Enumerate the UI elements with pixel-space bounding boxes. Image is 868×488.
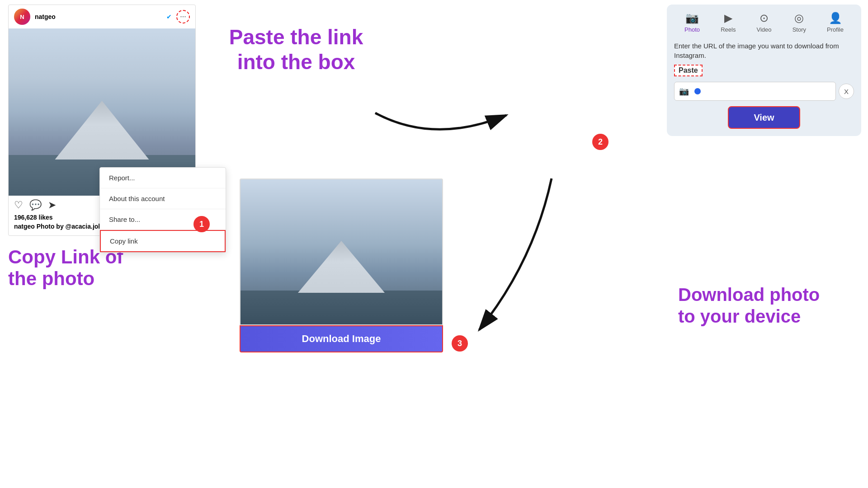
step1-line2: the photo xyxy=(8,268,123,290)
ig-caption-user: natgeo xyxy=(14,223,35,230)
tab-photo[interactable]: 📷 Photo xyxy=(684,12,700,33)
tab-reels[interactable]: ▶ Reels xyxy=(721,12,736,33)
instruction-line1: Paste the link xyxy=(208,25,384,50)
app-input-row: 📷 X xyxy=(674,82,854,101)
step3-label: Download photo to your device xyxy=(678,284,859,327)
clear-button[interactable]: X xyxy=(839,84,854,99)
app-url-label: Enter the URL of the image you want to d… xyxy=(674,41,854,60)
step3-line2: to your device xyxy=(678,305,859,327)
dot-indicator xyxy=(694,88,701,94)
step-2-badge: 2 xyxy=(592,134,609,150)
view-button[interactable]: View xyxy=(728,106,800,129)
download-image-button[interactable]: Download Image xyxy=(240,325,443,352)
profile-icon: 👤 xyxy=(829,12,842,24)
ig-verified-icon: ✔ xyxy=(166,13,172,20)
url-input[interactable]: 📷 xyxy=(674,82,836,101)
url-label-text: Enter the URL of the image you want to d… xyxy=(674,42,839,59)
video-icon: ⊙ xyxy=(760,12,769,24)
tab-profile-label: Profile xyxy=(827,26,844,33)
paste-highlight: Paste xyxy=(674,65,703,76)
tab-video-label: Video xyxy=(757,26,772,33)
tab-profile[interactable]: 👤 Profile xyxy=(827,12,844,33)
instagram-small-icon: 📷 xyxy=(679,86,689,96)
context-menu-report[interactable]: Report... xyxy=(100,168,226,188)
photo-icon: 📷 xyxy=(685,12,699,24)
tab-story[interactable]: ◎ Story xyxy=(793,12,806,33)
context-menu-copy-link[interactable]: Copy link xyxy=(100,230,226,252)
app-tabs: 📷 Photo ▶ Reels ⊙ Video ◎ Story 👤 Profil… xyxy=(674,12,854,33)
tab-reels-label: Reels xyxy=(721,26,736,33)
context-menu-about[interactable]: About this account xyxy=(100,188,226,209)
step-3-badge: 3 xyxy=(452,335,468,352)
instruction-center: Paste the link into the box xyxy=(208,25,384,75)
step1-label: Copy Link of the photo xyxy=(8,246,123,290)
step3-line1: Download photo xyxy=(678,284,859,305)
context-menu: Report... About this account Share to...… xyxy=(99,167,226,253)
ig-caption-text: Photo by @acacia.john xyxy=(37,223,106,230)
instruction-line2: into the box xyxy=(208,50,384,75)
tab-story-label: Story xyxy=(793,26,806,33)
story-icon: ◎ xyxy=(794,12,804,24)
app-panel: 📷 Photo ▶ Reels ⊙ Video ◎ Story 👤 Profil… xyxy=(667,5,861,136)
ig-username: natgeo xyxy=(35,13,160,20)
preview-image xyxy=(240,178,443,325)
share-icon[interactable]: ➤ xyxy=(48,199,56,211)
ig-more-button[interactable]: ··· xyxy=(176,10,190,23)
like-icon[interactable]: ♡ xyxy=(14,199,23,211)
center-section: Download Image xyxy=(240,178,443,352)
tab-photo-label: Photo xyxy=(684,26,700,33)
reels-icon: ▶ xyxy=(724,12,732,24)
tab-video[interactable]: ⊙ Video xyxy=(757,12,772,33)
avatar: N xyxy=(14,9,30,25)
comment-icon[interactable]: 💬 xyxy=(29,199,42,211)
ig-header: N natgeo ✔ ··· xyxy=(9,5,195,28)
step-1-badge: 1 xyxy=(193,216,210,232)
app-panel-body: Enter the URL of the image you want to d… xyxy=(674,41,854,129)
